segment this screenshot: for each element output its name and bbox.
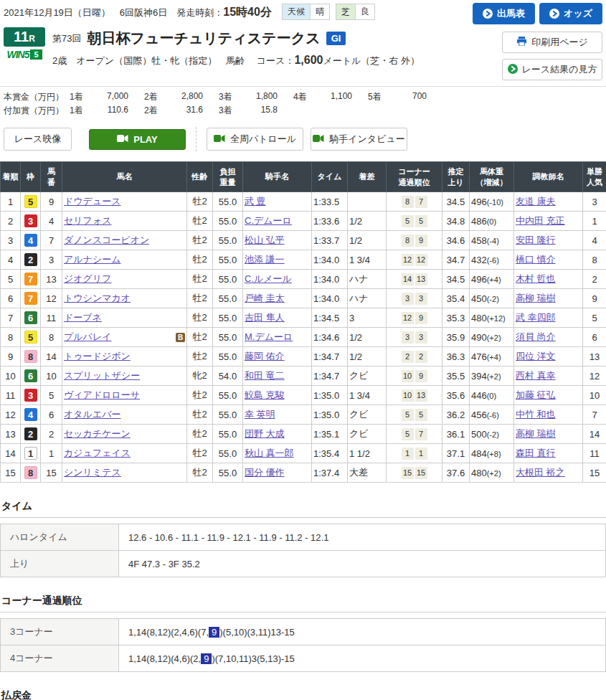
result-guide-button[interactable]: レース結果の見方 xyxy=(502,59,602,80)
jockey-link[interactable]: 幸 英明 xyxy=(245,409,275,420)
horse-number: 1 xyxy=(41,444,62,463)
course-label: コース： xyxy=(257,55,295,66)
frame-cell: 2 xyxy=(21,425,41,444)
finish-time: 1:33.7 xyxy=(312,231,348,250)
start-time-value: 15時40分 xyxy=(223,6,272,18)
body-weight: 456(-6) xyxy=(470,405,514,425)
jockey-link[interactable]: 秋山 真一郎 xyxy=(245,448,294,458)
horse-name-wrap: ヴィアドロローサ xyxy=(64,389,185,402)
prize-main-row: 本賞金（万円） 1着7,0002着2,8003着1,8004着1,1005着70… xyxy=(4,91,602,103)
horse-name-link[interactable]: セリフォス xyxy=(64,214,112,227)
sex-age: 牡2 xyxy=(187,405,213,425)
corner-position-box: 1 xyxy=(402,448,414,460)
corner-position-box: 12 xyxy=(402,312,414,324)
patrol-video-button[interactable]: 全周パトロール xyxy=(207,128,303,151)
jockey-link[interactable]: 武 豊 xyxy=(245,196,266,207)
finish-time: 1:34.7 xyxy=(312,347,348,366)
margin: 大差 xyxy=(348,463,387,483)
entry-table-button[interactable]: 出馬表 xyxy=(473,3,535,24)
horse-name-link[interactable]: ジオグリフ xyxy=(64,273,112,285)
jockey-link[interactable]: C.ルメール xyxy=(245,273,292,284)
play-button[interactable]: PLAY xyxy=(89,129,186,150)
jockey-link[interactable]: 鮫島 克駿 xyxy=(245,389,285,400)
print-page-button[interactable]: 印刷用ページ xyxy=(502,32,602,53)
frame-cell: 7 xyxy=(21,270,41,289)
horse-name-link[interactable]: アルナシーム xyxy=(64,253,121,266)
horse-name-link[interactable]: ダノンスコーピオン xyxy=(64,234,149,247)
jockey-link[interactable]: 松山 弘平 xyxy=(245,235,285,245)
trainer-link[interactable]: 武 幸四郎 xyxy=(516,312,556,323)
jockey-link[interactable]: 国分 優作 xyxy=(245,467,285,478)
frame-badge: 3 xyxy=(24,389,37,402)
horse-name-link[interactable]: ヴィアドロローサ xyxy=(64,389,140,402)
trainer-link[interactable]: 安田 隆行 xyxy=(516,235,556,245)
jockey-cell: 和田 竜二 xyxy=(243,366,312,386)
trainer-link[interactable]: 須貝 尚介 xyxy=(516,331,556,342)
win-favorite-rank: 5 xyxy=(583,308,606,328)
frame-badge: 6 xyxy=(24,311,37,324)
jockey-link[interactable]: C.デムーロ xyxy=(245,215,292,226)
trainer-link[interactable]: 橋口 慎介 xyxy=(516,254,556,265)
jockey-interview-button[interactable]: 騎手インタビュー xyxy=(311,128,407,151)
jockey-link[interactable]: 和田 竜二 xyxy=(245,370,285,381)
date-text: 2021年12月19日（日曜） 6回阪神6日 xyxy=(4,7,167,18)
jockey-link[interactable]: 戸崎 圭太 xyxy=(245,293,285,303)
jockey-link[interactable]: 池添 謙一 xyxy=(245,254,285,265)
trainer-link[interactable]: 高柳 瑞樹 xyxy=(516,428,556,439)
horse-name-link[interactable]: ドウデュース xyxy=(64,195,121,208)
body-weight: 446(0) xyxy=(470,386,514,405)
horse-name-link[interactable]: ドーブネ xyxy=(64,311,102,324)
body-weight: 476(+4) xyxy=(470,347,514,366)
turf-group: 芝 良 xyxy=(336,4,375,20)
column-header: 馬体重 （増減） xyxy=(470,162,514,192)
horse-number: 12 xyxy=(41,289,62,308)
trainer-link[interactable]: 森田 直行 xyxy=(516,448,556,458)
trainer-cell: 加藤 征弘 xyxy=(514,386,583,405)
prize-rank-label: 5着 xyxy=(368,91,389,103)
corner-positions: 55 xyxy=(387,405,442,425)
horse-name-cell: ヴィアドロローサ xyxy=(62,386,187,405)
finish-time: 1:34.6 xyxy=(312,328,348,347)
divider xyxy=(196,127,197,151)
race-links-column: 印刷用ページ レース結果の見方 xyxy=(502,32,602,80)
frame-cell: 5 xyxy=(21,192,41,212)
body-weight-value: 476 xyxy=(471,351,487,362)
horse-name-link[interactable]: トゥードジボン xyxy=(64,350,131,363)
jockey-cell: M.デムーロ xyxy=(243,328,312,347)
race-video-button[interactable]: レース映像 xyxy=(4,128,72,151)
horse-name-link[interactable]: セッカチケーン xyxy=(64,427,131,440)
trainer-link[interactable]: 西村 真幸 xyxy=(516,370,556,381)
horse-name-link[interactable]: シンリミテス xyxy=(64,466,121,479)
jockey-link[interactable]: 団野 大成 xyxy=(245,428,285,439)
trainer-link[interactable]: 木村 哲也 xyxy=(516,273,556,284)
corner-position-box: 9 xyxy=(415,370,427,382)
results-header-row: 着順枠馬 番馬名性齢負担 重量騎手名タイム着差コーナー 通過順位推定 上り馬体重… xyxy=(1,162,606,192)
finish-position: 7 xyxy=(1,308,21,328)
trainer-link[interactable]: 中竹 和也 xyxy=(516,409,556,420)
time-tbody: ハロンタイム12.6 - 10.6 - 11.1 - 11.9 - 12.1 -… xyxy=(1,524,606,577)
horse-name-link[interactable]: トウシンマカオ xyxy=(64,292,131,305)
jockey-link[interactable]: 藤岡 佑介 xyxy=(245,351,285,361)
horse-name-link[interactable]: カジュフェイス xyxy=(64,447,131,460)
table-row: 6712トウシンマカオ牡255.0戸崎 圭太1:34.0ハナ3335.4450(… xyxy=(1,289,606,308)
trainer-link[interactable]: 友道 康夫 xyxy=(516,196,556,207)
horse-name-cell: ドーブネ xyxy=(62,308,187,328)
trainer-link[interactable]: 四位 洋文 xyxy=(516,351,556,361)
jockey-link[interactable]: M.デムーロ xyxy=(245,331,293,342)
prize-amount: 1,800 xyxy=(240,91,278,103)
horse-name-wrap: セッカチケーン xyxy=(64,427,185,440)
horse-name-link[interactable]: プルパレイ xyxy=(64,331,112,344)
horse-name-link[interactable]: オタルエバー xyxy=(64,408,121,421)
trainer-link[interactable]: 高柳 瑞樹 xyxy=(516,293,556,303)
trainer-link[interactable]: 加藤 征弘 xyxy=(516,389,556,400)
trainer-link[interactable]: 中内田 充正 xyxy=(516,215,565,226)
jockey-link[interactable]: 吉田 隼人 xyxy=(245,312,285,323)
trainer-link[interactable]: 大根田 裕之 xyxy=(516,467,565,478)
odds-button[interactable]: オッズ xyxy=(539,3,602,24)
column-header: 単勝 人気 xyxy=(583,162,606,192)
trainer-cell: 高柳 瑞樹 xyxy=(514,289,583,308)
horse-name-link[interactable]: スプリットザシー xyxy=(64,369,140,382)
frame-badge: 7 xyxy=(24,292,37,305)
win-favorite-rank: 10 xyxy=(583,386,606,405)
last-3f-time: 34.5 xyxy=(442,270,470,289)
